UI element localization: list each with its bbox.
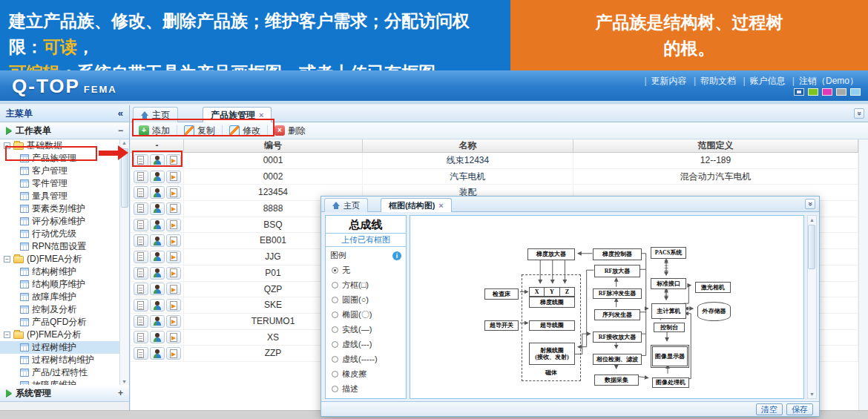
add-button[interactable]: 添加	[137, 124, 172, 138]
row-export-button[interactable]	[166, 251, 181, 263]
theme-swatch-lightblue[interactable]	[850, 88, 861, 96]
sidebar-item-failure-lib[interactable]: 故障库维护	[0, 291, 129, 303]
sidebar-item-control-analysis[interactable]: 控制及分析	[0, 303, 129, 316]
info-icon[interactable]	[392, 251, 401, 260]
copy-button[interactable]: 复制	[182, 124, 217, 138]
row-export-button[interactable]	[166, 331, 181, 343]
sidebar-item-element-category[interactable]: 要素类别维护	[0, 202, 129, 215]
legend-option-rect[interactable]: 方框(□)	[326, 277, 406, 292]
legend-option-circle[interactable]: 圆圈(○)	[326, 292, 406, 307]
row-export-button[interactable]	[166, 283, 181, 295]
radio-icon[interactable]	[332, 341, 338, 348]
radio-icon[interactable]	[332, 371, 338, 377]
row-user-button[interactable]	[150, 331, 165, 343]
sidebar-section-system-mgmt[interactable]: 系统管理 +	[0, 385, 129, 402]
row-user-button[interactable]	[150, 267, 165, 280]
row-user-button[interactable]	[150, 347, 165, 360]
sidebar-collapse-icon[interactable]: «	[118, 105, 123, 122]
sidebar-item-product-qfd[interactable]: 产品QFD分析	[0, 316, 129, 329]
sidebar-item-failure-lib-p[interactable]: 故障库维护	[0, 379, 129, 385]
table-row[interactable]: 0001线束1243412--189	[131, 153, 868, 169]
row-export-button[interactable]	[166, 171, 181, 183]
upload-diagram-link[interactable]: 上传已有框图	[326, 234, 406, 247]
tab-product-family-mgmt[interactable]: 产品族管理 ×	[203, 107, 272, 122]
row-export-button[interactable]	[166, 347, 181, 360]
radio-icon[interactable]	[332, 386, 338, 392]
scrollbar-thumb[interactable]	[808, 225, 815, 269]
link-update-content[interactable]: 更新内容	[651, 76, 687, 86]
delete-button[interactable]: 删除	[272, 124, 308, 138]
sidebar-item-structure-tree[interactable]: 结构树维护	[0, 265, 129, 278]
sidebar-item-rpn-range[interactable]: RPN范围设置	[0, 240, 129, 253]
legend-option-dashed-line[interactable]: 虚线(---)	[326, 337, 406, 352]
save-button[interactable]: 保存	[786, 403, 813, 415]
tab-home[interactable]: 主页	[133, 107, 178, 122]
tab-close-icon[interactable]: ×	[438, 199, 443, 212]
row-user-button[interactable]	[150, 202, 165, 215]
sidebar-item-product-family-mgmt[interactable]: 产品族管理	[0, 152, 129, 165]
expander-icon[interactable]	[4, 142, 10, 149]
legend-option-eraser[interactable]: 橡皮擦	[326, 366, 406, 381]
clear-button[interactable]: 清空	[756, 403, 783, 415]
sidebar-item-process-tree[interactable]: 过程树维护	[0, 341, 129, 354]
row-detail-button[interactable]	[134, 315, 148, 328]
row-export-button[interactable]	[166, 202, 181, 215]
radio-icon[interactable]	[332, 282, 338, 288]
row-user-button[interactable]	[150, 171, 165, 183]
row-user-button[interactable]	[150, 251, 165, 263]
sidebar-item-customer-mgmt[interactable]: 客户管理	[0, 165, 129, 177]
theme-swatch-magenta[interactable]	[822, 88, 832, 96]
overlay-tab-home[interactable]: 主页	[324, 198, 368, 212]
link-help-docs[interactable]: 帮助文档	[700, 76, 736, 86]
link-logout[interactable]: 注销（Demo）	[799, 76, 858, 86]
sidebar-item-action-priority[interactable]: 行动优先级	[0, 228, 129, 240]
radio-icon[interactable]	[332, 297, 338, 303]
row-export-button[interactable]	[166, 299, 181, 311]
sidebar-folder-dfmea[interactable]: (D)FMEA分析	[0, 253, 129, 265]
table-row[interactable]: 0002汽车电机混合动力汽车电机	[131, 169, 868, 185]
legend-option-solid-line[interactable]: 实线(—)	[326, 322, 406, 337]
row-export-button[interactable]	[166, 219, 181, 231]
table-scrollbar[interactable]	[858, 139, 868, 412]
section-collapse-toggle[interactable]: −	[118, 122, 123, 139]
legend-option-ellipse[interactable]: 椭圆(〇)	[326, 307, 406, 322]
sidebar-item-structure-order[interactable]: 结构顺序维护	[0, 278, 129, 291]
tab-overflow-chevron-icon[interactable]: »	[854, 108, 864, 119]
row-detail-button[interactable]	[134, 234, 148, 247]
sidebar-item-product-process-char[interactable]: 产品/过程特性	[0, 366, 129, 379]
expander-icon[interactable]	[4, 331, 10, 338]
row-detail-button[interactable]	[134, 267, 148, 280]
row-detail-button[interactable]	[134, 331, 148, 343]
sidebar-folder-pfmea[interactable]: (P)FMEA分析	[0, 329, 129, 341]
diagram-canvas[interactable]: 检查床 梯度放大器 梯度控制器 PACS系统 RF放大器 标准接口 激光相机 X…	[410, 215, 804, 399]
overlay-tab-block-diagram[interactable]: 框图(结构图) ×	[381, 198, 452, 212]
row-user-button[interactable]	[150, 186, 165, 199]
row-user-button[interactable]	[150, 154, 165, 167]
theme-swatch-gray[interactable]	[836, 88, 846, 96]
sidebar-section-worksheets[interactable]: 工作表单 −	[0, 122, 129, 139]
row-export-button[interactable]	[166, 186, 181, 199]
sidebar-folder-base-data[interactable]: 基础数据	[0, 139, 129, 152]
row-detail-button[interactable]	[134, 251, 148, 263]
row-user-button[interactable]	[150, 299, 165, 311]
header-range[interactable]: 范围定义	[573, 139, 858, 152]
link-account-info[interactable]: 账户信息	[750, 76, 786, 86]
header-name[interactable]: 名称	[363, 139, 573, 152]
radio-icon[interactable]	[332, 326, 338, 333]
header-code[interactable]: 编号	[184, 139, 363, 152]
row-export-button[interactable]	[166, 234, 181, 247]
row-user-button[interactable]	[150, 219, 165, 231]
theme-swatch-green[interactable]	[808, 88, 818, 96]
row-user-button[interactable]	[150, 315, 165, 328]
sidebar-scrollbar[interactable]	[119, 139, 129, 385]
radio-icon[interactable]	[332, 267, 338, 274]
row-detail-button[interactable]	[134, 283, 148, 295]
sidebar-item-scoring-standard[interactable]: 评分标准维护	[0, 215, 129, 228]
tab-close-icon[interactable]: ×	[259, 108, 263, 122]
tab-overflow-chevron-icon[interactable]: »	[805, 199, 815, 209]
row-export-button[interactable]	[166, 267, 181, 280]
sidebar-item-part-mgmt[interactable]: 零件管理	[0, 177, 129, 190]
section-expand-toggle[interactable]: +	[118, 385, 123, 401]
row-detail-button[interactable]	[134, 219, 148, 231]
row-user-button[interactable]	[150, 283, 165, 295]
